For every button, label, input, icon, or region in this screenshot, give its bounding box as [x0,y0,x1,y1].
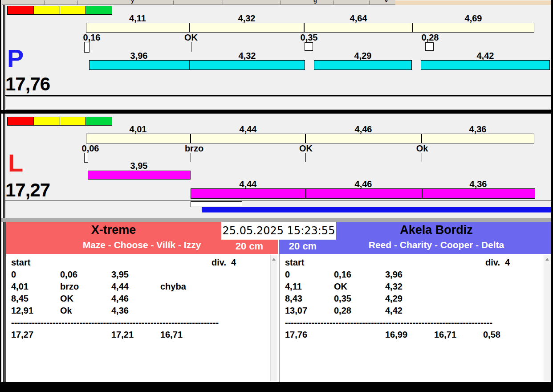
dog-time-bar [89,60,190,70]
lane-l-letter: L [8,151,23,176]
division-label: div. 4 [485,257,510,268]
start-lights-bar [7,6,112,15]
totals-rows: 17,7616,9916,710,58 [280,330,551,342]
exchange-time-label: 0,35 [301,33,318,43]
flyball-timing-window: y g v 4,11 4,32 4,64 4,69 0,16 OK 0,35 0… [0,0,553,392]
scroll-up-icon[interactable] [545,258,549,261]
light-red-icon [8,117,33,125]
table-row: 00,163,96 [280,270,551,282]
bar-divider [412,23,413,32]
split-times-bar [86,134,534,143]
table-cell: 16,71 [434,330,456,340]
table-cell: 4,36 [111,306,129,316]
exchange-checkbox[interactable] [425,42,434,51]
table-cell: 4,46 [111,294,129,304]
light-yellow-icon [60,6,86,14]
table-cell: OK [334,282,347,292]
dashed-separator: ----------------------------------------… [285,318,493,328]
table-cell: chyba [160,282,186,292]
toolbar-text-fragment: y [131,0,134,4]
blue-progress-bar [202,207,551,212]
table-cell: 4,32 [385,282,403,292]
division-label: div. 4 [211,257,236,268]
table-cell: 17,21 [111,330,134,340]
lane-p-total-time: 17,76 [5,75,50,94]
toolbar-text-fragment: v [385,0,388,4]
separator-row: ----------------------------------------… [280,318,551,330]
right-table-scrollbar[interactable] [544,255,551,381]
table-cell: 0,28 [334,306,351,316]
scroll-up-icon[interactable] [272,258,276,261]
table-row: 12,91Ok4,36 [6,306,278,318]
table-cell: 3,95 [111,270,129,280]
clock-display: 25.05.2025 15:23:55 [221,222,336,240]
toolbar-separator [333,0,334,4]
toolbar-separator [44,0,45,4]
split-time-label: 4,64 [350,13,367,24]
dog-time-bar [189,60,305,70]
exchange-time-label: OK [299,143,313,154]
light-yellow-icon [33,117,60,125]
right-team-dogs: Reed - Charity - Cooper - Delta [325,240,548,250]
exchange-checkbox[interactable] [84,42,89,53]
exchange-time-label: brzo [185,143,203,154]
table-cell: 4,01 [11,282,28,292]
left-table-scrollbar[interactable] [270,255,277,381]
start-label: start [11,257,30,268]
exchange-time-label: 0,28 [422,33,439,43]
exchange-checkbox[interactable] [84,153,88,163]
light-yellow-icon [33,6,60,14]
dog-time-label: 4,46 [355,179,372,189]
table-row: 8,45OK4,46 [6,294,278,306]
table-cell: 13,07 [285,306,307,316]
dog-time-label: 4,29 [354,51,372,61]
table-row: 4,01brzo4,44chyba [6,282,278,294]
bar-divider [189,23,190,32]
section-divider-band [1,218,551,222]
dog-time-label: 4,44 [240,179,257,189]
table-cell: 4,42 [385,306,403,316]
toolbar-separator [280,0,281,4]
pending-run-box [191,201,242,207]
bar-divider [305,189,306,198]
dog-time-label: 3,95 [130,161,148,171]
light-yellow-icon [60,117,86,125]
table-cell: 4,11 [285,282,302,292]
table-cell: 0,06 [60,270,77,280]
table-row: 00,063,95 [6,270,278,282]
lane-p-letter: P [7,46,24,71]
table-row: 17,7616,9916,710,58 [280,330,551,342]
left-team-height: 20 cm [232,241,267,252]
bar-divider [422,189,423,198]
dog-time-bar [314,60,412,70]
divider-line [5,200,551,200]
toolbar-separator [223,0,223,4]
bar-divider [304,23,305,32]
start-label: start [285,257,304,268]
table-row: 4,11OK4,32 [280,282,551,294]
table-header-row: start div. 4 [280,257,551,270]
table-cell: 0,35 [334,294,351,304]
exchange-tick [305,153,306,162]
split-time-label: 4,01 [130,124,147,135]
exchange-time-label: 0,06 [82,143,99,154]
light-green-icon [85,117,112,125]
split-time-label: 4,46 [355,124,372,135]
left-results-table: start div. 4 00,063,954,01brzo4,44chyba8… [6,254,278,382]
dog-time-label: 3,96 [130,51,148,61]
dog-time-label: 4,42 [477,51,494,61]
right-results-table: start div. 4 00,163,964,11OK4,328,430,35… [279,254,551,382]
table-cell: 4,44 [111,282,129,292]
right-team-height: 20 cm [285,241,321,252]
toolbar-fragment[interactable]: y g v [2,0,395,5]
lane-l-total-time: 17,27 [5,181,50,200]
window-border-left [0,0,1,392]
table-cell: 8,43 [285,294,302,304]
split-time-label: 4,32 [238,13,256,24]
toolbar-text-fragment: g [313,0,317,4]
table-cell: 17,27 [11,330,33,340]
table-cell: OK [60,294,73,304]
lane-divider-band [1,110,551,114]
exchange-time-label: 0,16 [83,33,101,43]
exchange-checkbox[interactable] [305,42,313,51]
